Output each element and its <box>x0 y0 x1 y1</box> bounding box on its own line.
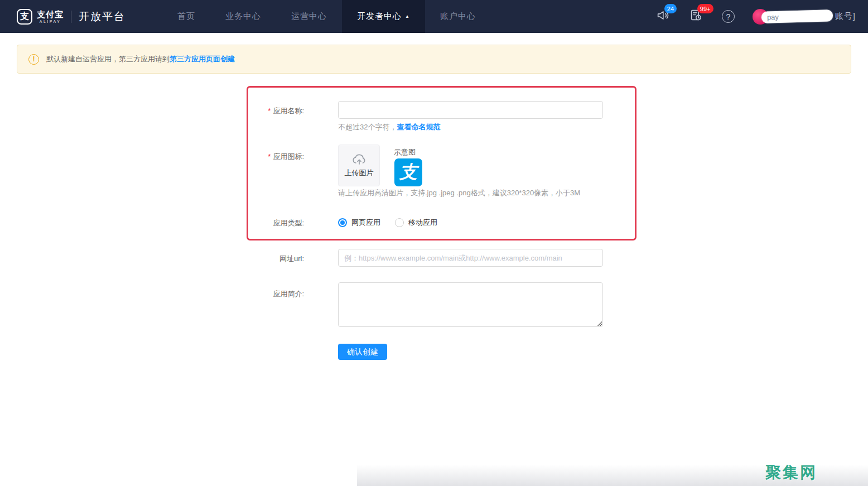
brand-text: 支付宝 ALIPAY <box>37 10 64 23</box>
required-asterisk: * <box>268 107 271 115</box>
app-desc-textarea[interactable] <box>338 282 603 327</box>
upload-image-button[interactable]: 上传图片 <box>338 145 380 186</box>
brand-name-en: ALIPAY <box>40 20 61 23</box>
nav-item-home-label: 首页 <box>177 11 195 22</box>
app-desc-label: 应用简介: <box>273 289 304 299</box>
confirm-create-button[interactable]: 确认创建 <box>338 344 387 360</box>
third-party-app-link[interactable]: 第三方应用页面创建 <box>170 55 235 63</box>
chevron-up-icon: ▲ <box>405 14 410 19</box>
app-icon-label-text: 应用图标: <box>273 152 304 161</box>
app-type-label: 应用类型: <box>273 218 304 228</box>
app-icon-label: *应用图标: <box>268 152 304 162</box>
required-asterisk: * <box>268 152 271 161</box>
app-name-label: *应用名称: <box>268 106 304 116</box>
alipay-demo-glyph: 支 <box>399 160 417 185</box>
radio-web-app-label: 网页应用 <box>351 218 380 228</box>
demo-image-title: 示意图 <box>394 147 416 157</box>
alert-message: 默认新建自运营应用，第三方应用请到 <box>46 55 170 63</box>
help-button[interactable]: ? <box>722 10 735 23</box>
nav-item-operation-center-label: 运营中心 <box>291 11 327 22</box>
url-input[interactable] <box>338 249 603 267</box>
cloud-upload-icon <box>351 153 367 166</box>
app-type-radio-group: 网页应用 移动应用 <box>338 218 452 228</box>
app-name-input[interactable] <box>338 101 603 119</box>
nav-item-business-center-label: 业务中心 <box>225 11 261 22</box>
watermark-text: 聚集网 <box>765 462 817 483</box>
exclamation-circle-icon: ! <box>28 54 39 65</box>
question-mark-icon: ? <box>726 12 730 21</box>
alipay-logo-glyph: 支 <box>20 11 29 22</box>
radio-selected-icon <box>338 218 347 227</box>
upload-image-label: 上传图片 <box>345 168 374 178</box>
nav-item-developer-center-label: 开发者中心 <box>357 11 402 22</box>
alipay-demo-icon: 支 <box>394 158 422 186</box>
top-navbar: 支 支付宝 ALIPAY 开放平台 首页 业务中心 运营中心 开发者中心 ▲ <box>0 0 868 33</box>
app-name-label-text: 应用名称: <box>273 107 304 115</box>
info-alert: ! 默认新建自运营应用，第三方应用请到第三方应用页面创建 <box>17 45 851 74</box>
redaction-scribble: pay <box>761 9 833 23</box>
nav-item-business-center[interactable]: 业务中心 <box>210 0 276 33</box>
app-name-help: 不超过32个字符，查看命名规范 <box>338 122 440 132</box>
alert-text: 默认新建自运营应用，第三方应用请到第三方应用页面创建 <box>46 54 235 64</box>
nav-item-account-center-label: 账户中心 <box>440 11 476 22</box>
nav-item-account-center[interactable]: 账户中心 <box>425 0 491 33</box>
alipay-logo-icon: 支 <box>17 9 32 25</box>
app-icon-help: 请上传应用高清图片，支持.jpg .jpeg .png格式，建议320*320像… <box>338 188 580 198</box>
url-label-text: 网址url: <box>279 254 304 263</box>
radio-mobile-app[interactable]: 移动应用 <box>395 218 437 228</box>
main-nav: 首页 业务中心 运营中心 开发者中心 ▲ 账户中心 <box>162 0 491 33</box>
product-name: 开放平台 <box>79 9 126 24</box>
logo-divider <box>71 11 71 23</box>
nav-item-operation-center[interactable]: 运营中心 <box>276 0 342 33</box>
nav-item-developer-center[interactable]: 开发者中心 ▲ <box>342 0 425 33</box>
account-suffix: 账号] <box>835 11 856 22</box>
app-type-label-text: 应用类型: <box>273 219 304 227</box>
brand-name: 支付宝 <box>37 10 64 18</box>
header-right-cluster: 24 99+ ? pay <box>656 8 856 25</box>
account-menu[interactable]: pay 账号] <box>753 9 856 25</box>
naming-rules-link[interactable]: 查看命名规范 <box>397 123 440 131</box>
app-desc-label-text: 应用简介: <box>273 290 304 298</box>
radio-unselected-icon <box>395 218 404 227</box>
todo-button[interactable]: 99+ <box>689 8 703 25</box>
app-name-help-text: 不超过32个字符， <box>338 123 397 131</box>
alipay-logo[interactable]: 支 支付宝 ALIPAY 开放平台 <box>17 9 126 25</box>
announcement-badge: 24 <box>664 4 677 13</box>
announcement-button[interactable]: 24 <box>656 8 670 25</box>
radio-mobile-app-label: 移动应用 <box>408 218 437 228</box>
todo-badge: 99+ <box>697 4 713 13</box>
radio-web-app[interactable]: 网页应用 <box>338 218 380 228</box>
account-prefix: pay <box>761 13 779 22</box>
nav-item-home[interactable]: 首页 <box>162 0 210 33</box>
url-label: 网址url: <box>279 254 304 264</box>
page: 支 支付宝 ALIPAY 开放平台 首页 业务中心 运营中心 开发者中心 ▲ <box>0 0 868 486</box>
